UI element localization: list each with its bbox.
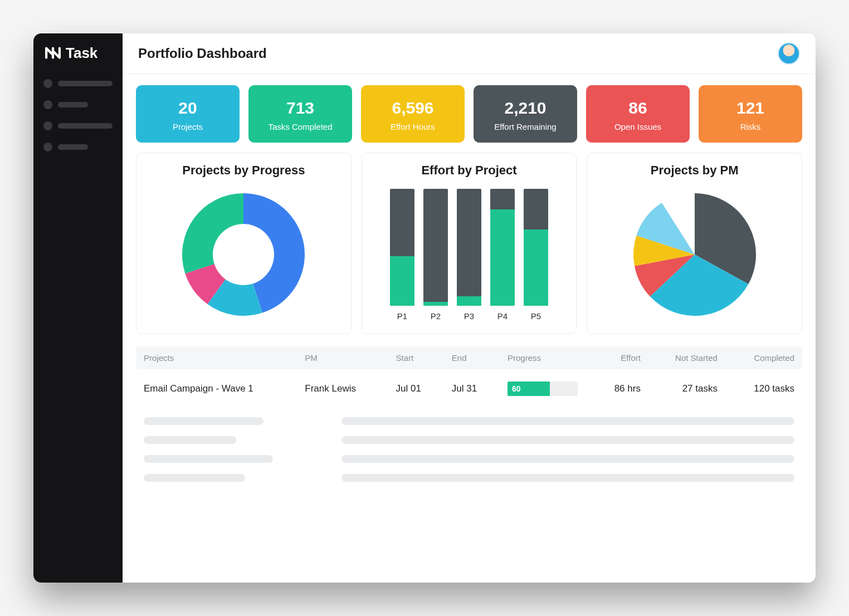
col-not-started: Not Started [647,353,718,363]
bar-label: P3 [457,311,481,321]
col-start: Start [396,353,445,363]
bar-column [524,189,548,306]
stat-value: 20 [142,99,234,118]
chart-title: Projects by Progress [182,163,305,178]
bar-column [457,189,481,306]
logo-icon [43,43,62,62]
chart-title: Effort by Project [421,163,516,178]
pie-chart [628,188,762,321]
app-window: Task Portfolio Dashboard 20Projects713Ta… [33,33,816,583]
bar-column [490,189,515,306]
page-title: Portfolio Dashboard [138,46,267,61]
col-completed: Completed [724,353,794,363]
bar-label: P5 [524,311,548,321]
col-effort: Effort [584,353,641,363]
chart-cards-row: Projects by Progress Effort by Project P… [136,153,802,334]
table-header: Projects PM Start End Progress Effort No… [136,346,802,369]
bar-label: P2 [423,311,448,321]
stat-card[interactable]: 86Open Issues [586,85,690,143]
stat-card[interactable]: 713Tasks Completed [248,85,352,143]
bar-label: P4 [490,311,515,321]
stat-label: Effort Hours [367,122,459,131]
stat-label: Open Issues [592,122,684,131]
cell-completed: 120 tasks [724,383,794,394]
nav-item-placeholder[interactable] [43,100,113,109]
projects-table: Projects PM Start End Progress Effort No… [136,346,802,487]
stat-label: Tasks Completed [254,122,347,131]
cell-effort: 86 hrs [584,383,641,394]
stat-label: Effort Remaining [479,122,572,131]
stat-card[interactable]: 121Risks [699,85,802,143]
bar-chart-labels: P1P2P3P4P5 [390,311,548,321]
col-pm: PM [305,353,389,363]
chart-title: Projects by PM [651,163,739,178]
app-logo[interactable]: Task [41,43,115,62]
stat-value: 713 [254,99,347,118]
progress-bar: 60 [508,382,578,396]
header: Portfolio Dashboard [123,33,816,74]
progress-fill: 60 [508,382,550,396]
stat-label: Risks [704,122,797,131]
cell-project: Email Campaign - Wave 1 [144,383,298,394]
chart-projects-by-pm: Projects by PM [587,153,802,334]
stat-value: 121 [704,99,797,118]
stat-card[interactable]: 6,596Effort Hours [361,85,465,143]
cell-progress: 60 [508,382,578,396]
nav-item-placeholder[interactable] [43,143,113,151]
cell-start: Jul 01 [396,383,445,394]
nav-item-placeholder[interactable] [43,121,113,130]
cell-end: Jul 31 [452,383,501,394]
main-content: Portfolio Dashboard 20Projects713Tasks C… [123,33,816,583]
stat-value: 86 [592,99,684,118]
dashboard-content: 20Projects713Tasks Completed6,596Effort … [123,74,816,498]
sidebar: Task [33,33,123,583]
bar-label: P1 [390,311,414,321]
col-progress: Progress [508,353,578,363]
user-avatar[interactable] [778,42,800,65]
progress-label: 60 [512,384,521,393]
cell-not-started: 27 tasks [647,383,718,394]
stat-card[interactable]: 2,210Effort Remaining [474,85,577,143]
stat-value: 6,596 [367,99,459,118]
nav-item-placeholder[interactable] [43,79,113,88]
bar-chart [390,189,548,306]
chart-effort-by-project: Effort by Project P1P2P3P4P5 [362,153,577,334]
stat-card[interactable]: 20Projects [136,85,240,143]
donut-chart [177,188,310,321]
app-name: Task [66,45,97,62]
col-end: End [452,353,501,363]
bar-column [423,189,448,306]
table-row[interactable]: Email Campaign - Wave 1 Frank Lewis Jul … [136,369,802,408]
stat-label: Projects [142,122,234,131]
chart-projects-by-progress: Projects by Progress [136,153,352,334]
stat-cards-row: 20Projects713Tasks Completed6,596Effort … [136,85,802,143]
col-projects: Projects [144,353,298,363]
cell-pm: Frank Lewis [305,383,389,394]
stat-value: 2,210 [479,99,572,118]
skeleton-rows [136,412,802,487]
bar-column [390,189,414,306]
